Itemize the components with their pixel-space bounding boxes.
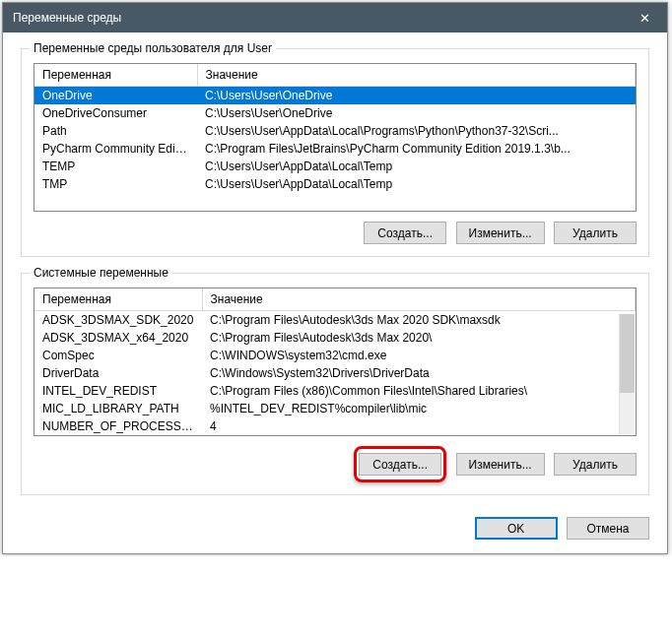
cell-value: C:\Users\User\AppData\Local\Temp — [197, 175, 636, 193]
user-create-button[interactable]: Создать... — [364, 222, 446, 244]
table-row[interactable]: PathC:\Users\User\AppData\Local\Programs… — [34, 122, 636, 140]
user-edit-button[interactable]: Изменить... — [456, 222, 545, 244]
cell-value: C:\Users\User\AppData\Local\Temp — [197, 158, 636, 175]
cell-name: ADSK_3DSMAX_SDK_2020 — [34, 311, 202, 330]
window-title: Переменные среды — [13, 11, 121, 25]
cell-name: Path — [34, 122, 197, 140]
cell-name: OneDriveConsumer — [34, 104, 197, 122]
cell-name: TMP — [34, 175, 197, 193]
col-header-name[interactable]: Переменная — [34, 64, 197, 87]
cell-value: C:\Windows\System32\Drivers\DriverData — [202, 364, 636, 382]
scroll-thumb[interactable] — [620, 314, 635, 393]
close-button[interactable]: ✕ — [623, 3, 667, 32]
col-header-name[interactable]: Переменная — [34, 288, 202, 311]
table-row[interactable]: OneDriveC:\Users\User\OneDrive — [34, 87, 636, 105]
cell-name: ComSpec — [34, 347, 202, 364]
col-header-value[interactable]: Значение — [202, 288, 636, 311]
cell-value: C:\Users\User\OneDrive — [197, 87, 636, 105]
cell-value: C:\WINDOWS\system32\cmd.exe — [202, 347, 636, 364]
cell-value: C:\Program Files\Autodesk\3ds Max 2020\ — [202, 329, 636, 347]
cell-name: TEMP — [34, 158, 197, 175]
cell-value: C:\Users\User\AppData\Local\Programs\Pyt… — [197, 122, 636, 140]
ok-button[interactable]: OK — [475, 517, 558, 540]
table-row[interactable]: DriverDataC:\Windows\System32\Drivers\Dr… — [34, 364, 636, 382]
user-vars-buttons: Создать... Изменить... Удалить — [34, 222, 637, 244]
cell-name: NUMBER_OF_PROCESSORS — [34, 417, 202, 435]
table-row[interactable]: INTEL_DEV_REDISTC:\Program Files (x86)\C… — [34, 382, 636, 400]
cell-value: 4 — [202, 417, 636, 435]
scrollbar[interactable] — [619, 314, 635, 434]
user-delete-button[interactable]: Удалить — [554, 222, 637, 244]
highlight-annotation: Создать... — [354, 446, 446, 482]
cell-value: %INTEL_DEV_REDIST%compiler\lib\mic — [202, 400, 636, 417]
env-vars-dialog: Переменные среды ✕ Переменные среды поль… — [2, 2, 668, 554]
user-vars-label: Переменные среды пользователя для User — [30, 41, 276, 55]
cell-name: INTEL_DEV_REDIST — [34, 382, 202, 400]
titlebar[interactable]: Переменные среды ✕ — [3, 3, 667, 32]
cell-name: MIC_LD_LIBRARY_PATH — [34, 400, 202, 417]
cell-name: PyCharm Community Edition — [34, 140, 197, 158]
user-vars-table[interactable]: Переменная Значение OneDriveC:\Users\Use… — [34, 64, 636, 193]
table-row[interactable]: MIC_LD_LIBRARY_PATH%INTEL_DEV_REDIST%com… — [34, 400, 636, 417]
table-row[interactable]: ADSK_3DSMAX_x64_2020C:\Program Files\Aut… — [34, 329, 636, 347]
table-row[interactable]: ComSpecC:\WINDOWS\system32\cmd.exe — [34, 347, 636, 364]
system-delete-button[interactable]: Удалить — [554, 453, 637, 476]
dialog-footer: OK Отмена — [21, 511, 649, 540]
dialog-content: Переменные среды пользователя для User П… — [3, 32, 667, 553]
table-row[interactable]: NUMBER_OF_PROCESSORS4 — [34, 417, 636, 435]
table-row[interactable]: ADSK_3DSMAX_SDK_2020C:\Program Files\Aut… — [34, 311, 636, 330]
system-vars-table[interactable]: Переменная Значение ADSK_3DSMAX_SDK_2020… — [34, 288, 636, 435]
system-vars-group: Системные переменные Переменная Значение… — [21, 273, 649, 495]
system-edit-button[interactable]: Изменить... — [456, 453, 545, 476]
cell-value: C:\Program Files\JetBrains\PyCharm Commu… — [197, 140, 636, 158]
table-row[interactable]: PyCharm Community EditionC:\Program File… — [34, 140, 636, 158]
cell-name: DriverData — [34, 364, 202, 382]
user-vars-group: Переменные среды пользователя для User П… — [21, 48, 649, 257]
system-vars-buttons: Создать... Изменить... Удалить — [34, 446, 637, 482]
cancel-button[interactable]: Отмена — [567, 517, 649, 540]
system-create-button[interactable]: Создать... — [359, 453, 441, 476]
cell-value: C:\Program Files\Autodesk\3ds Max 2020 S… — [202, 311, 636, 330]
close-icon: ✕ — [639, 11, 650, 26]
col-header-value[interactable]: Значение — [197, 64, 636, 87]
table-row[interactable]: OneDriveConsumerC:\Users\User\OneDrive — [34, 104, 636, 122]
table-row[interactable]: TEMPC:\Users\User\AppData\Local\Temp — [34, 158, 636, 175]
cell-value: C:\Users\User\OneDrive — [197, 104, 636, 122]
user-vars-table-wrap: Переменная Значение OneDriveC:\Users\Use… — [34, 63, 637, 212]
cell-value: C:\Program Files (x86)\Common Files\Inte… — [202, 382, 636, 400]
cell-name: OneDrive — [34, 87, 197, 105]
system-vars-table-wrap: Переменная Значение ADSK_3DSMAX_SDK_2020… — [34, 288, 637, 436]
system-vars-label: Системные переменные — [30, 266, 172, 280]
cell-name: ADSK_3DSMAX_x64_2020 — [34, 329, 202, 347]
table-row[interactable]: TMPC:\Users\User\AppData\Local\Temp — [34, 175, 636, 193]
